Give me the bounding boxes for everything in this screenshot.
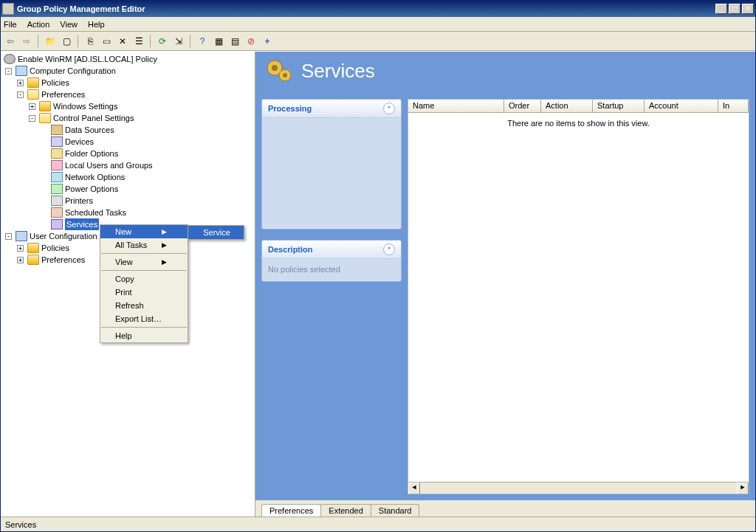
tree-local-users[interactable]: Local Users and Groups	[51, 159, 253, 171]
expand-icon[interactable]: +	[17, 80, 24, 86]
separator	[101, 327, 187, 328]
properties-icon[interactable]: ☰	[132, 35, 145, 48]
col-account[interactable]: Account	[645, 100, 718, 112]
tree-windows-settings[interactable]: +Windows Settings	[39, 100, 253, 112]
list-area: Name Order Action Startup Account In The…	[408, 99, 749, 494]
chevron-up-icon[interactable]: ˄	[383, 243, 395, 255]
show-hide-icon[interactable]: ▢	[60, 35, 73, 48]
stop-icon[interactable]: ⊘	[244, 35, 258, 48]
ctx-refresh[interactable]: Refresh	[100, 299, 188, 312]
ctx-all-tasks[interactable]: All Tasks▶	[100, 238, 188, 252]
collapse-icon[interactable]: -	[5, 233, 12, 240]
power-icon	[51, 184, 63, 194]
collapse-icon[interactable]: -	[29, 115, 35, 122]
tree-root[interactable]: Enable WinRM [AD.ISL.LOCAL] Policy	[4, 53, 253, 65]
tab-extended[interactable]: Extended	[320, 504, 371, 517]
window-title: Group Policy Management Editor	[17, 4, 715, 13]
tree-printers[interactable]: Printers	[51, 195, 253, 207]
paste-icon[interactable]: ▭	[100, 35, 113, 48]
tree-label-selected: Services	[65, 218, 99, 230]
folder-icon	[39, 101, 51, 111]
tab-preferences[interactable]: Preferences	[261, 504, 321, 517]
ctx-help[interactable]: Help	[100, 329, 188, 342]
collapse-icon[interactable]: -	[5, 68, 12, 75]
tool-icon[interactable]: ▦	[212, 35, 225, 48]
services-gear-icon	[264, 58, 294, 84]
refresh-icon[interactable]: ⟳	[156, 35, 169, 48]
device-icon	[51, 137, 63, 147]
list-empty: There are no items to show in this view.	[408, 113, 749, 482]
col-in[interactable]: In	[718, 100, 749, 112]
tree-label: Network Options	[65, 171, 125, 183]
maximize-button[interactable]: □	[729, 4, 740, 14]
separator	[38, 35, 39, 48]
ctx-export[interactable]: Export List…	[100, 312, 188, 325]
tab-standard[interactable]: Standard	[371, 504, 420, 517]
tree-power[interactable]: Power Options	[51, 183, 253, 195]
computer-icon	[16, 66, 27, 76]
tree-computer-config[interactable]: -Computer Configuration	[16, 65, 253, 77]
help-icon[interactable]: ?	[196, 35, 209, 48]
tree-preferences[interactable]: -Preferences	[27, 89, 253, 100]
tree-network[interactable]: Network Options	[51, 171, 253, 183]
export-icon[interactable]: ⇲	[172, 35, 185, 48]
tree-scheduled-tasks[interactable]: Scheduled Tasks	[51, 207, 253, 218]
ctx-copy[interactable]: Copy	[100, 272, 188, 286]
toolbar: ⇦ ⇨ 📁 ▢ ⎘ ▭ ✕ ☰ ⟳ ⇲ ? ▦ ▤ ⊘ +	[1, 32, 755, 51]
processing-box: Processing˄	[261, 99, 402, 229]
separator	[150, 35, 151, 48]
col-action[interactable]: Action	[541, 100, 593, 112]
tree-control-panel[interactable]: -Control Panel Settings	[39, 112, 253, 124]
printer-icon	[51, 196, 63, 206]
status-text: Services	[5, 520, 36, 529]
delete-icon[interactable]: ✕	[116, 35, 129, 48]
chevron-right-icon: ▶	[162, 258, 167, 266]
collapse-icon[interactable]: -	[17, 91, 24, 98]
tree-folder-options[interactable]: Folder Options	[51, 148, 253, 159]
list-header: Name Order Action Startup Account In	[408, 100, 749, 113]
copy-icon[interactable]: ⎘	[83, 35, 97, 48]
users-icon	[51, 160, 63, 170]
tree-label: Policies	[41, 77, 69, 89]
tool-icon[interactable]: ▤	[228, 35, 241, 48]
ctx-label: Refresh	[115, 301, 144, 310]
up-icon[interactable]: 📁	[44, 35, 57, 48]
menu-action[interactable]: Action	[27, 20, 50, 29]
tree-policies[interactable]: +Policies	[27, 77, 253, 89]
description-box: Description˄ No policies selected	[261, 240, 402, 282]
tree-data-sources[interactable]: Data Sources	[51, 124, 253, 136]
chevron-right-icon: ▶	[162, 228, 167, 235]
forward-icon[interactable]: ⇨	[20, 35, 33, 48]
menu-help[interactable]: Help	[88, 20, 105, 29]
menu-file[interactable]: File	[4, 20, 17, 29]
ctx-print[interactable]: Print	[100, 286, 188, 299]
tree-devices[interactable]: Devices	[51, 136, 253, 148]
scroll-left-icon[interactable]: ◄	[408, 483, 420, 494]
ctx-new[interactable]: New▶ Service	[100, 225, 188, 238]
chevron-up-icon[interactable]: ˄	[383, 103, 395, 114]
col-order[interactable]: Order	[504, 100, 541, 112]
col-startup[interactable]: Startup	[593, 100, 645, 112]
menu-view[interactable]: View	[60, 20, 78, 29]
back-icon[interactable]: ⇦	[4, 35, 17, 48]
expand-icon[interactable]: +	[17, 257, 24, 263]
add-icon[interactable]: +	[261, 35, 274, 48]
tree-label: Preferences	[41, 254, 85, 266]
ctx-label: New	[115, 227, 131, 236]
svg-point-1	[272, 65, 278, 71]
scroll-right-icon[interactable]: ►	[737, 483, 749, 494]
expand-icon[interactable]: +	[29, 103, 35, 110]
tree-label: Folder Options	[65, 148, 118, 159]
submenu-service[interactable]: Service	[188, 226, 244, 239]
folder-icon	[27, 77, 39, 88]
col-name[interactable]: Name	[408, 100, 504, 112]
ctx-label: Print	[115, 288, 132, 297]
right-pane: Services Processing˄ Description˄ No pol…	[255, 52, 755, 517]
close-button[interactable]: ×	[742, 4, 754, 14]
minimize-button[interactable]: _	[715, 4, 727, 14]
ctx-view[interactable]: View▶	[100, 255, 188, 269]
folder-open-icon	[39, 113, 51, 123]
expand-icon[interactable]: +	[17, 245, 24, 252]
submenu-label: Service	[203, 228, 230, 237]
horizontal-scrollbar[interactable]: ◄ ►	[408, 482, 749, 494]
